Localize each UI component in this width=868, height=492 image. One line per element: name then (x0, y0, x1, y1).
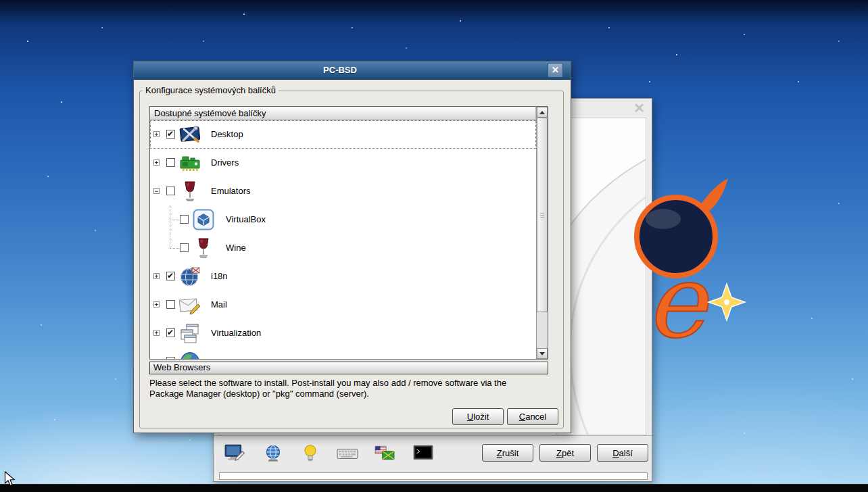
vertical-scrollbar[interactable] (536, 107, 548, 359)
row-label: Drivers (211, 149, 239, 177)
row-label: Virtualization (211, 319, 261, 347)
arrow-down-icon (539, 352, 545, 355)
description-line-2: Package Manager (desktop) or "pkg" comma… (149, 389, 550, 399)
tree-column-header[interactable]: Dostupné systémové balíčky (150, 107, 536, 120)
lightbulb-icon (299, 443, 321, 464)
dialog-titlebar[interactable]: PC-BSD ✕ (134, 62, 571, 80)
scroll-down-button[interactable] (537, 348, 548, 359)
virtualization-icon (178, 322, 201, 345)
arrow-up-icon (539, 111, 545, 114)
tree-row[interactable]: + Virtualization (150, 319, 536, 347)
locale-flags-icon (374, 443, 395, 464)
display-settings-icon (224, 443, 245, 464)
keyboard-icon (337, 443, 358, 464)
desktop-icon (178, 123, 201, 146)
wizard-back-button[interactable]: Zpět (539, 444, 591, 462)
description-text: Please select the software to install. P… (149, 378, 550, 399)
expander-icon[interactable]: + (153, 273, 160, 279)
row-label: i18n (211, 262, 228, 291)
row-checkbox[interactable] (180, 215, 189, 224)
tree-row[interactable]: + i18n (150, 262, 536, 291)
dialog-title: PC-BSD (134, 62, 571, 79)
tree-row[interactable]: − Emulators (150, 177, 536, 205)
emulators-icon (178, 180, 201, 203)
wizard-cancel-button[interactable]: Zrušit (482, 444, 533, 462)
tree-row[interactable]: + Mail (150, 291, 536, 319)
network-globe-icon (262, 443, 284, 464)
expander-icon[interactable]: + (153, 330, 160, 336)
row-checkbox[interactable] (166, 272, 175, 280)
mail-icon (178, 293, 201, 316)
row-checkbox[interactable] (166, 130, 175, 139)
row-label: VirtualBox (226, 205, 266, 234)
tree-row[interactable]: Wine (150, 234, 536, 262)
desktop: ✕ Zrušit Zpět Další e (0, 0, 868, 492)
i18n-icon (178, 265, 201, 288)
groupbox-label: Konfigurace systémových balíčků (143, 85, 279, 95)
row-label: Emulators (211, 177, 251, 205)
save-button[interactable]: Uložit (452, 408, 504, 425)
pcbsd-dialog: PC-BSD ✕ Konfigurace systémových balíčků… (133, 61, 571, 433)
row-checkbox[interactable] (166, 328, 175, 337)
tree-row[interactable] (150, 347, 536, 359)
terminal-icon (412, 443, 434, 464)
row-checkbox[interactable] (180, 243, 189, 252)
row-label: Wine (226, 234, 246, 262)
window-close-icon[interactable]: ✕ (633, 101, 645, 115)
wizard-next-button[interactable]: Další (597, 444, 648, 462)
wine-icon (192, 237, 215, 260)
expander-icon[interactable]: + (153, 301, 160, 308)
row-checkbox[interactable] (166, 300, 175, 309)
expander-icon[interactable]: − (153, 188, 160, 194)
tree-row[interactable]: + Desktop (150, 120, 536, 149)
cancel-button[interactable]: Cancel (507, 408, 558, 425)
packages-tree: Dostupné systémové balíčky + Desktop + (149, 106, 548, 360)
stars-decoration (27, 41, 28, 42)
packages-groupbox: Konfigurace systémových balíčků Dostupné… (139, 91, 564, 428)
tree-rows: + Desktop + Drivers (150, 120, 536, 359)
row-checkbox[interactable] (166, 158, 175, 167)
tree-row[interactable]: + Drivers (150, 149, 536, 177)
row-label: Desktop (211, 120, 243, 149)
dialog-close-button[interactable]: ✕ (548, 63, 563, 78)
web-browsers-section[interactable]: Web Browsers (149, 362, 548, 374)
installer-toolbar: Zrušit Zpět Další (214, 435, 652, 472)
drivers-icon (178, 151, 201, 174)
description-line-1: Please select the software to install. P… (149, 378, 550, 389)
virtualbox-icon (192, 208, 215, 231)
tree-row[interactable]: VirtualBox (150, 205, 536, 234)
progress-bar (219, 472, 648, 480)
scroll-up-button[interactable] (537, 107, 548, 118)
expander-icon[interactable]: + (153, 131, 160, 137)
row-checkbox[interactable] (166, 357, 175, 359)
row-label: Mail (211, 291, 227, 319)
expander-icon[interactable]: + (153, 159, 160, 166)
browser-icon (178, 350, 201, 359)
row-checkbox[interactable] (166, 187, 175, 195)
taskbar[interactable] (0, 484, 868, 492)
scrollbar-thumb[interactable] (537, 118, 548, 312)
